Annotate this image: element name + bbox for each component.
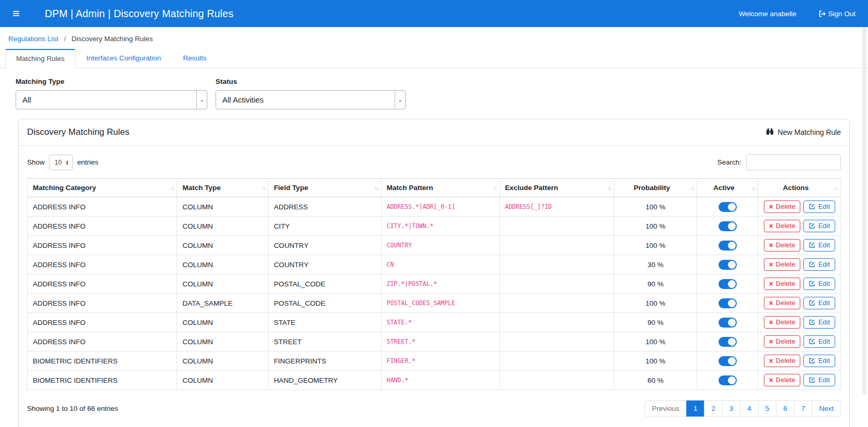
sort-icon: ↑↓ xyxy=(493,185,496,191)
pagination-next[interactable]: Next xyxy=(812,400,841,417)
delete-x-icon: × xyxy=(769,319,773,326)
matching-type-select[interactable]: All ⌄ xyxy=(16,90,207,109)
card-body: Show 10 ▲▼ entries Search: xyxy=(19,146,849,427)
active-toggle[interactable]: ✓ xyxy=(719,337,737,347)
scrollbar[interactable] xyxy=(862,27,866,395)
delete-button[interactable]: × Delete xyxy=(764,258,801,271)
binoculars-icon xyxy=(766,128,774,137)
cell-exclude-pattern xyxy=(499,236,614,255)
cell-field-type: POSTAL_CODE xyxy=(268,274,381,294)
toggle-knob: ✓ xyxy=(728,299,736,307)
edit-button[interactable]: Edit xyxy=(803,258,835,271)
pagination-previous[interactable]: Previous xyxy=(645,400,687,417)
cell-actions: × Delete Edit xyxy=(758,236,841,255)
cell-probability: 60 % xyxy=(614,371,697,390)
status-label: Status xyxy=(216,78,406,85)
breadcrumb-link-regulations[interactable]: Regulations List xyxy=(8,35,58,43)
active-toggle[interactable]: ✓ xyxy=(719,356,737,366)
header-probability[interactable]: Probability↑↓ xyxy=(614,179,697,197)
active-toggle[interactable]: ✓ xyxy=(719,318,737,328)
edit-pencil-icon xyxy=(809,280,815,287)
active-toggle[interactable]: ✓ xyxy=(719,202,737,212)
cell-match-pattern: HAND.* xyxy=(381,371,499,390)
sign-out-button[interactable]: Sign Out xyxy=(818,10,856,18)
pagination-page-3[interactable]: 3 xyxy=(722,400,741,417)
delete-button[interactable]: × Delete xyxy=(764,278,801,290)
edit-button[interactable]: Edit xyxy=(803,220,835,232)
pagination-page-6[interactable]: 6 xyxy=(776,400,795,417)
edit-label: Edit xyxy=(818,337,829,345)
pagination-page-7[interactable]: 7 xyxy=(794,400,813,417)
edit-button[interactable]: Edit xyxy=(803,355,835,367)
edit-button[interactable]: Edit xyxy=(803,374,835,386)
tab-interfaces-configuration[interactable]: Interfaces Configuration xyxy=(76,49,172,68)
page-content: Regulations List / Discovery Matching Ru… xyxy=(0,27,868,427)
header-active[interactable]: Active↑↓ xyxy=(697,179,758,197)
toggle-knob: ✓ xyxy=(728,222,736,230)
cell-exclude-pattern xyxy=(499,351,614,371)
delete-button[interactable]: × Delete xyxy=(764,239,801,252)
status-select[interactable]: All Activities ⌄ xyxy=(216,90,406,109)
sort-icon: ↑↓ xyxy=(834,185,838,191)
header-field-type[interactable]: Field Type↑↓ xyxy=(268,179,381,197)
table-row: ADDRESS INFO DATA_SAMPLE POSTAL_CODE POS… xyxy=(28,294,841,313)
edit-pencil-icon xyxy=(809,376,815,383)
tab-results[interactable]: Results xyxy=(172,49,217,68)
search-input[interactable] xyxy=(746,154,841,170)
delete-x-icon: × xyxy=(769,357,773,365)
chevron-down-icon: ⌄ xyxy=(196,91,207,109)
active-toggle[interactable]: ✓ xyxy=(719,241,737,250)
page-size-select[interactable]: 10 ▲▼ xyxy=(49,155,73,170)
edit-button[interactable]: Edit xyxy=(803,316,835,329)
toggle-knob: ✓ xyxy=(728,338,736,346)
edit-button[interactable]: Edit xyxy=(803,297,835,309)
tab-matching-rules[interactable]: Matching Rules xyxy=(5,49,76,68)
delete-x-icon: × xyxy=(769,261,773,268)
delete-label: Delete xyxy=(776,337,796,345)
sort-icon: ↑↓ xyxy=(751,185,755,191)
delete-button[interactable]: × Delete xyxy=(764,297,801,309)
edit-button[interactable]: Edit xyxy=(803,200,835,213)
pagination-page-4[interactable]: 4 xyxy=(740,400,759,417)
header-exclude-pattern[interactable]: Exclude Pattern↑↓ xyxy=(499,179,614,197)
delete-button[interactable]: × Delete xyxy=(764,200,801,213)
active-toggle[interactable]: ✓ xyxy=(719,298,737,308)
delete-button[interactable]: × Delete xyxy=(764,316,801,329)
cell-active: ✓ xyxy=(697,371,758,390)
active-toggle[interactable]: ✓ xyxy=(719,221,737,231)
table-row: ADDRESS INFO COLUMN COUNTRY CN 30 % ✓ × … xyxy=(28,255,841,274)
toggle-knob: ✓ xyxy=(728,357,736,365)
edit-button[interactable]: Edit xyxy=(803,239,835,252)
cell-field-type: COUNTRY xyxy=(268,255,381,274)
header-matching-category[interactable]: Matching Category↑↓ xyxy=(28,179,177,197)
header-actions[interactable]: Actions↑↓ xyxy=(758,179,841,197)
edit-button[interactable]: Edit xyxy=(803,278,835,290)
delete-button[interactable]: × Delete xyxy=(764,355,801,367)
delete-button[interactable]: × Delete xyxy=(764,374,801,386)
delete-button[interactable]: × Delete xyxy=(764,220,801,232)
delete-button[interactable]: × Delete xyxy=(764,335,801,348)
new-matching-rule-button[interactable]: New Matching Rule xyxy=(766,128,841,137)
matching-rules-table: Matching Category↑↓ Match Type↑↓ Field T… xyxy=(27,178,841,390)
cell-field-type: STATE xyxy=(268,313,381,332)
edit-button[interactable]: Edit xyxy=(803,335,835,348)
menu-icon[interactable]: ≡ xyxy=(12,7,27,20)
active-toggle[interactable]: ✓ xyxy=(719,279,737,289)
show-label: Show xyxy=(27,158,45,166)
header-match-type[interactable]: Match Type↑↓ xyxy=(177,179,268,197)
delete-x-icon: × xyxy=(769,203,773,210)
sort-icon: ↑↓ xyxy=(607,185,611,191)
cell-probability: 100 % xyxy=(614,294,697,313)
active-toggle[interactable]: ✓ xyxy=(719,260,737,270)
delete-label: Delete xyxy=(776,280,796,287)
delete-label: Delete xyxy=(776,357,796,365)
cell-matching-category: ADDRESS INFO xyxy=(28,197,177,217)
cell-actions: × Delete Edit xyxy=(758,197,841,217)
delete-label: Delete xyxy=(776,241,796,249)
active-toggle[interactable]: ✓ xyxy=(719,375,737,385)
pagination-page-2[interactable]: 2 xyxy=(704,400,723,417)
header-match-pattern[interactable]: Match Pattern↑↓ xyxy=(381,179,499,197)
table-row: ADDRESS INFO COLUMN COUNTRY COUNTRY 100 … xyxy=(28,236,841,255)
pagination-page-5[interactable]: 5 xyxy=(758,400,777,417)
pagination-page-1[interactable]: 1 xyxy=(686,400,705,417)
